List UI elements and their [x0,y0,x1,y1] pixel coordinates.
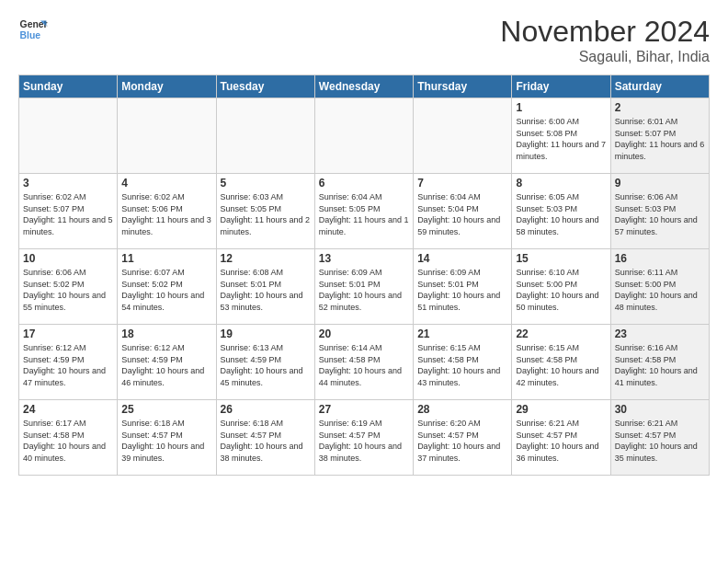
subtitle: Sagauli, Bihar, India [500,49,710,65]
calendar-cell: 9Sunrise: 6:06 AM Sunset: 5:03 PM Daylig… [610,174,709,249]
calendar-cell: 30Sunrise: 6:21 AM Sunset: 4:57 PM Dayli… [610,400,709,476]
calendar-cell: 25Sunrise: 6:18 AM Sunset: 4:57 PM Dayli… [118,400,216,476]
day-info: Sunrise: 6:09 AM Sunset: 5:01 PM Dayligh… [417,267,507,313]
day-info: Sunrise: 6:21 AM Sunset: 4:57 PM Dayligh… [615,418,705,464]
calendar-cell: 3Sunrise: 6:02 AM Sunset: 5:07 PM Daylig… [19,174,118,249]
calendar-cell: 7Sunrise: 6:04 AM Sunset: 5:04 PM Daylig… [414,174,512,249]
calendar-week-2: 3Sunrise: 6:02 AM Sunset: 5:07 PM Daylig… [19,174,710,249]
day-number: 20 [319,327,409,340]
calendar-cell: 12Sunrise: 6:08 AM Sunset: 5:01 PM Dayli… [216,249,314,325]
calendar-cell: 23Sunrise: 6:16 AM Sunset: 4:58 PM Dayli… [610,325,709,400]
calendar-cell: 20Sunrise: 6:14 AM Sunset: 4:58 PM Dayli… [314,325,413,400]
logo-icon: General Blue [18,15,48,44]
calendar-cell [118,98,216,174]
col-thursday: Thursday [414,75,512,98]
header-row: Sunday Monday Tuesday Wednesday Thursday… [19,75,710,98]
day-number: 12 [221,252,311,265]
day-number: 23 [615,327,705,340]
day-number: 14 [417,252,507,265]
calendar-cell: 10Sunrise: 6:06 AM Sunset: 5:02 PM Dayli… [19,249,118,325]
day-info: Sunrise: 6:18 AM Sunset: 4:57 PM Dayligh… [121,418,211,464]
day-number: 6 [319,177,409,190]
calendar-cell: 1Sunrise: 6:00 AM Sunset: 5:08 PM Daylig… [512,98,610,174]
day-info: Sunrise: 6:12 AM Sunset: 4:59 PM Dayligh… [121,342,211,388]
day-number: 19 [221,327,311,340]
day-number: 22 [516,327,606,340]
col-friday: Friday [512,75,610,98]
calendar-cell: 24Sunrise: 6:17 AM Sunset: 4:58 PM Dayli… [19,400,118,476]
day-info: Sunrise: 6:18 AM Sunset: 4:57 PM Dayligh… [221,418,311,464]
calendar-week-3: 10Sunrise: 6:06 AM Sunset: 5:02 PM Dayli… [19,249,710,325]
header: General Blue November 2024 Sagauli, Biha… [18,15,710,65]
calendar-cell: 14Sunrise: 6:09 AM Sunset: 5:01 PM Dayli… [414,249,512,325]
day-info: Sunrise: 6:03 AM Sunset: 5:05 PM Dayligh… [221,191,311,237]
day-info: Sunrise: 6:13 AM Sunset: 4:59 PM Dayligh… [221,342,311,388]
calendar-cell [19,98,118,174]
day-info: Sunrise: 6:19 AM Sunset: 4:57 PM Dayligh… [319,418,409,464]
day-number: 28 [417,403,507,416]
logo: General Blue [18,15,48,44]
col-sunday: Sunday [19,75,118,98]
day-number: 10 [23,252,113,265]
calendar-cell: 6Sunrise: 6:04 AM Sunset: 5:05 PM Daylig… [314,174,413,249]
calendar-cell: 21Sunrise: 6:15 AM Sunset: 4:58 PM Dayli… [414,325,512,400]
day-info: Sunrise: 6:02 AM Sunset: 5:07 PM Dayligh… [23,191,113,237]
calendar-week-5: 24Sunrise: 6:17 AM Sunset: 4:58 PM Dayli… [19,400,710,476]
day-info: Sunrise: 6:08 AM Sunset: 5:01 PM Dayligh… [221,267,311,313]
day-number: 8 [516,177,606,190]
col-monday: Monday [118,75,216,98]
calendar-cell: 18Sunrise: 6:12 AM Sunset: 4:59 PM Dayli… [118,325,216,400]
day-info: Sunrise: 6:01 AM Sunset: 5:07 PM Dayligh… [615,116,705,162]
day-info: Sunrise: 6:06 AM Sunset: 5:02 PM Dayligh… [23,267,113,313]
calendar-cell: 2Sunrise: 6:01 AM Sunset: 5:07 PM Daylig… [610,98,709,174]
calendar-cell: 4Sunrise: 6:02 AM Sunset: 5:06 PM Daylig… [118,174,216,249]
day-info: Sunrise: 6:06 AM Sunset: 5:03 PM Dayligh… [615,191,705,237]
day-number: 18 [121,327,211,340]
day-number: 26 [221,403,311,416]
day-info: Sunrise: 6:10 AM Sunset: 5:00 PM Dayligh… [516,267,606,313]
day-info: Sunrise: 6:12 AM Sunset: 4:59 PM Dayligh… [23,342,113,388]
day-number: 13 [319,252,409,265]
day-info: Sunrise: 6:16 AM Sunset: 4:58 PM Dayligh… [615,342,705,388]
title-block: November 2024 Sagauli, Bihar, India [500,15,710,65]
calendar-cell: 16Sunrise: 6:11 AM Sunset: 5:00 PM Dayli… [610,249,709,325]
day-number: 25 [121,403,211,416]
calendar-cell [314,98,413,174]
calendar-cell: 17Sunrise: 6:12 AM Sunset: 4:59 PM Dayli… [19,325,118,400]
day-info: Sunrise: 6:14 AM Sunset: 4:58 PM Dayligh… [319,342,409,388]
calendar-cell: 5Sunrise: 6:03 AM Sunset: 5:05 PM Daylig… [216,174,314,249]
calendar-cell: 11Sunrise: 6:07 AM Sunset: 5:02 PM Dayli… [118,249,216,325]
day-number: 5 [221,177,311,190]
calendar-cell: 26Sunrise: 6:18 AM Sunset: 4:57 PM Dayli… [216,400,314,476]
day-number: 7 [417,177,507,190]
col-wednesday: Wednesday [314,75,413,98]
col-tuesday: Tuesday [216,75,314,98]
day-info: Sunrise: 6:07 AM Sunset: 5:02 PM Dayligh… [121,267,211,313]
day-info: Sunrise: 6:05 AM Sunset: 5:03 PM Dayligh… [516,191,606,237]
day-number: 15 [516,252,606,265]
day-number: 21 [417,327,507,340]
day-info: Sunrise: 6:15 AM Sunset: 4:58 PM Dayligh… [417,342,507,388]
day-info: Sunrise: 6:00 AM Sunset: 5:08 PM Dayligh… [516,116,606,162]
day-info: Sunrise: 6:02 AM Sunset: 5:06 PM Dayligh… [121,191,211,237]
calendar-cell: 19Sunrise: 6:13 AM Sunset: 4:59 PM Dayli… [216,325,314,400]
day-number: 4 [121,177,211,190]
calendar-cell: 15Sunrise: 6:10 AM Sunset: 5:00 PM Dayli… [512,249,610,325]
calendar-cell: 27Sunrise: 6:19 AM Sunset: 4:57 PM Dayli… [314,400,413,476]
calendar-table: Sunday Monday Tuesday Wednesday Thursday… [18,75,710,476]
day-info: Sunrise: 6:15 AM Sunset: 4:58 PM Dayligh… [516,342,606,388]
calendar-cell: 8Sunrise: 6:05 AM Sunset: 5:03 PM Daylig… [512,174,610,249]
day-number: 11 [121,252,211,265]
day-info: Sunrise: 6:04 AM Sunset: 5:05 PM Dayligh… [319,191,409,237]
col-saturday: Saturday [610,75,709,98]
day-number: 2 [615,101,705,114]
calendar-cell: 22Sunrise: 6:15 AM Sunset: 4:58 PM Dayli… [512,325,610,400]
day-info: Sunrise: 6:09 AM Sunset: 5:01 PM Dayligh… [319,267,409,313]
day-number: 24 [23,403,113,416]
day-info: Sunrise: 6:04 AM Sunset: 5:04 PM Dayligh… [417,191,507,237]
svg-text:Blue: Blue [20,30,41,40]
day-number: 16 [615,252,705,265]
calendar-week-1: 1Sunrise: 6:00 AM Sunset: 5:08 PM Daylig… [19,98,710,174]
calendar-cell: 28Sunrise: 6:20 AM Sunset: 4:57 PM Dayli… [414,400,512,476]
day-number: 9 [615,177,705,190]
